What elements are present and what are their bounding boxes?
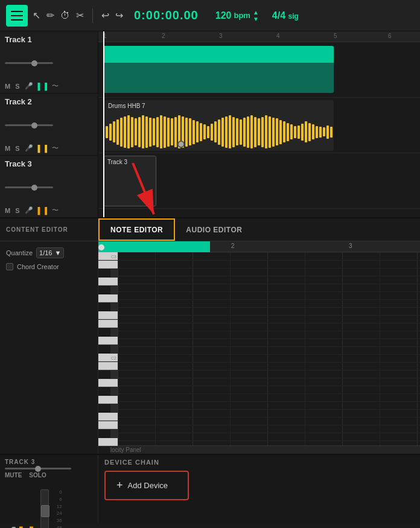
toolbar: ↖ ✏ ⏱ ✂ ↩ ↪ 0:00:00.00 120 bpm ▲▼ 4/4 si… [0, 0, 420, 31]
arranger-track-row-2[interactable]: Drums HHB 7 [98, 98, 420, 153]
undo-icon[interactable]: ↩ [101, 10, 109, 21]
ruler-mark-3: 3 [219, 33, 223, 39]
bottom-icons-row: 🎤 ▌▐ 061224364854 [5, 483, 93, 528]
content-editor-label: CONTENT EDITOR [0, 218, 98, 241]
chord-creator-label: Chord Creator [17, 263, 59, 270]
pencil-icon[interactable]: ✏ [46, 10, 54, 21]
device-chain-label: DEVICE CHAIN [104, 459, 414, 466]
scissors-icon[interactable]: ✂ [76, 10, 84, 21]
piano-clip-bar[interactable] [98, 241, 210, 252]
track-3-wave-icon[interactable]: 〜 [52, 206, 59, 215]
track-list: Track 1 M S 🎤 ▌▐ 〜 Track 2 [0, 31, 98, 217]
bottom-track-name: TRACK 3 [5, 459, 93, 465]
track-3-mute-button[interactable]: M [5, 207, 10, 214]
cursor-icon[interactable]: ↖ [33, 10, 40, 21]
track-3-volume-slider[interactable] [5, 186, 53, 188]
bpm-value: 120 [215, 10, 232, 21]
bottom-solo-button[interactable]: SOLO [29, 472, 46, 479]
arranger-ruler: 1 2 3 4 5 6 [98, 31, 420, 42]
bpm-label: bpm [234, 11, 250, 20]
quantize-label: Quantize [6, 249, 33, 256]
track-1-name: Track 1 [5, 35, 93, 44]
arranger-track-row-1[interactable] [98, 42, 420, 98]
add-device-label: Add Device [128, 481, 168, 490]
track-2-volume-slider[interactable] [5, 124, 53, 126]
track-3-mic-icon[interactable]: 🎤 [25, 206, 33, 214]
track-2-controls: M S 🎤 ▌▐ 〜 [5, 144, 93, 153]
bottom-track-controls: TRACK 3 MUTE SOLO 🎤 ▌▐ 061224364854 [0, 455, 98, 522]
track-3-solo-button[interactable]: S [15, 207, 19, 214]
roll-grid[interactable] [118, 252, 420, 445]
track-2-mic-icon[interactable]: 🎤 [25, 144, 33, 152]
add-device-plus-icon: + [116, 479, 123, 492]
track-3-clip[interactable]: Track 3 [103, 156, 156, 206]
channel-fader[interactable] [40, 489, 49, 528]
redo-icon[interactable]: ↪ [115, 10, 123, 21]
piano-keys: C3C2C1 [98, 252, 118, 443]
time-display: 0:00:00.00 [134, 8, 199, 22]
track-3-eq-icon[interactable]: ▌▐ [38, 207, 48, 214]
time-signature[interactable]: 4/4 sig [272, 10, 299, 21]
track-1-mute-button[interactable]: M [5, 83, 10, 90]
track-2-mute-button[interactable]: M [5, 145, 10, 152]
track-1-eq-icon[interactable]: ▌▐ [38, 83, 48, 90]
bottom-volume-slider[interactable] [5, 468, 71, 469]
ruler-mark-2: 2 [162, 33, 165, 39]
track-2-wave-icon[interactable]: 〜 [52, 144, 59, 153]
chord-creator-checkbox[interactable] [6, 263, 13, 270]
track-1-slider-row [5, 62, 93, 64]
bottom-mute-button[interactable]: MUTE [5, 472, 22, 479]
ruler-mark-5: 5 [334, 33, 337, 39]
quantize-row: Quantize 1/16 ▼ [6, 247, 92, 258]
bpm-control[interactable]: 120 bpm ▲▼ [215, 9, 259, 22]
chord-creator-row: Chord Creator [6, 263, 92, 270]
track-item-2: Track 2 M S 🎤 ▌▐ 〜 [0, 94, 98, 156]
track-2-solo-button[interactable]: S [15, 145, 19, 152]
arranger[interactable]: 1 2 3 4 5 6 Drums HHB 7 [98, 31, 420, 217]
bottom-slider-row [5, 468, 93, 469]
velocity-panel: Velocity Panel [98, 445, 420, 454]
piano-clip-ball [98, 244, 104, 250]
db-scale: 061224364854 [51, 489, 63, 528]
track-3-controls: M S 🎤 ▌▐ 〜 [5, 206, 93, 215]
track-1-controls: M S 🎤 ▌▐ 〜 [5, 81, 93, 91]
quantize-select[interactable]: 1/16 ▼ [36, 247, 64, 258]
ruler-beat-2: 2 [231, 243, 235, 249]
track-1-clip[interactable] [103, 46, 334, 93]
track-3-clip-label: Track 3 [107, 159, 127, 165]
tab-note-editor[interactable]: NOTE EDITOR [98, 218, 175, 241]
separator [92, 8, 93, 23]
track-item-1: Track 1 M S 🎤 ▌▐ 〜 [0, 31, 98, 94]
chevron-down-icon: ▼ [54, 249, 61, 256]
ruler-mark-6: 6 [388, 33, 392, 39]
track-1-solo-button[interactable]: S [15, 83, 19, 90]
track-2-eq-icon[interactable]: ▌▐ [38, 145, 48, 152]
playhead [103, 31, 104, 217]
editor-main: Quantize 1/16 ▼ Chord Creator 2 3 [0, 241, 420, 454]
editor-section: CONTENT EDITOR NOTE EDITOR AUDIO EDITOR … [0, 218, 420, 454]
arranger-section: Track 1 M S 🎤 ▌▐ 〜 Track 2 [0, 31, 420, 218]
editor-controls: Quantize 1/16 ▼ Chord Creator [0, 241, 98, 454]
add-device-button[interactable]: + Add Device [104, 471, 189, 500]
editor-tabs-bar: CONTENT EDITOR NOTE EDITOR AUDIO EDITOR [0, 218, 420, 241]
track-2-name: Track 2 [5, 97, 93, 106]
track-item-3: Track 3 M S 🎤 ▌▐ 〜 [0, 156, 98, 218]
bottom-mute-solo: MUTE SOLO [5, 472, 93, 479]
track-1-volume-slider[interactable] [5, 62, 53, 64]
track-2-clip-label: Drums HHB 7 [108, 103, 145, 109]
clip-resize-handle[interactable] [177, 141, 185, 148]
clock-icon[interactable]: ⏱ [60, 10, 70, 21]
piano-roll[interactable]: 2 3 C3C2C1 Velocity Panel [98, 241, 420, 454]
track-1-wave-icon[interactable]: 〜 [52, 81, 59, 91]
hamburger-button[interactable] [6, 5, 28, 27]
waveform [106, 115, 331, 148]
device-chain-section: DEVICE CHAIN + Add Device [98, 455, 420, 522]
track-2-slider-row [5, 124, 93, 126]
toolbar-tools: ↖ ✏ ⏱ ✂ ↩ ↪ [33, 8, 123, 23]
tab-audio-editor[interactable]: AUDIO EDITOR [175, 218, 253, 241]
bpm-arrows[interactable]: ▲▼ [253, 9, 259, 22]
track-1-mic-icon[interactable]: 🎤 [25, 82, 33, 90]
arranger-track-row-3[interactable]: Track 3 [98, 153, 420, 209]
track-2-clip[interactable]: Drums HHB 7 [103, 100, 334, 151]
ruler-beat-3: 3 [349, 243, 352, 249]
